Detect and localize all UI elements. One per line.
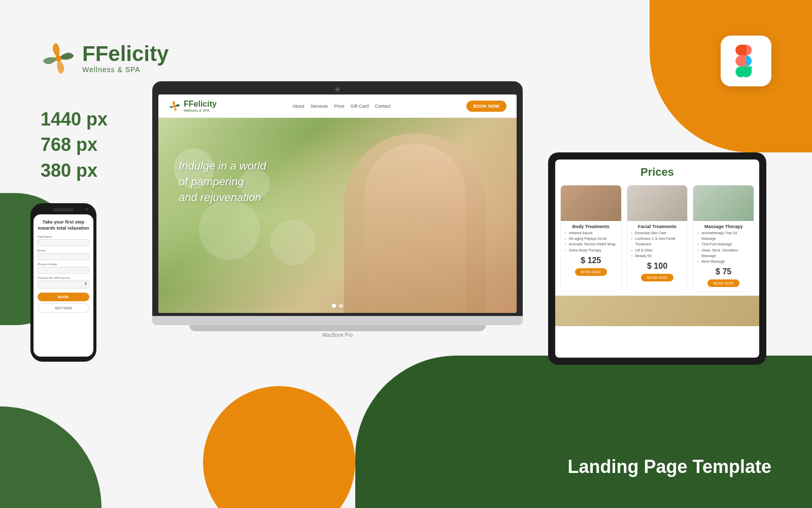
svg-point-2 [174,105,176,107]
body-treatments-card: Body Treatments Infrared Sauna De-aging … [560,185,622,292]
massage-item-4: Back Massage [697,259,750,264]
body-item-2: De-aging Papaya Scrub [565,236,617,241]
service-label: Choose the SPA service [38,276,89,279]
fullname-label: Full Name [38,235,89,238]
tablet-mockup: Prices Body Treatments Infrared Sauna De… [548,152,766,365]
nav-giftcard[interactable]: Gift Card [350,104,368,109]
phone-field[interactable] [38,267,89,274]
figma-icon [721,36,771,86]
logo-icon [41,41,76,76]
facial-item-4: Beauty Kit [631,253,684,259]
massage-card-img [693,185,754,221]
logo-f: F [82,42,95,66]
massage-card-title: Massage Therapy [693,221,754,230]
massage-card-price: $ 75 [693,264,754,277]
tablet-screen: Prices Body Treatments Infrared Sauna De… [555,160,759,358]
dot-2[interactable] [339,304,343,308]
screen-book-btn[interactable]: BOOK NOW [466,101,507,112]
phone-mockup: Take your first step towards total relax… [30,203,96,362]
tablet-cards: Body Treatments Infrared Sauna De-aging … [555,185,759,292]
macbook-camera [335,87,340,91]
phone-not-now-btn[interactable]: NOT NOW [38,303,89,313]
body-book-btn[interactable]: BOOK NOW [575,268,607,276]
fullname-field[interactable] [38,239,89,246]
body-card-price: $ 125 [561,253,621,266]
facial-card-title: Facial Treatments [627,221,688,230]
hero-line3: and rejuvenation [179,190,266,206]
macbook-foot [189,325,486,331]
nav-services[interactable]: Services [310,104,328,109]
nav-contact[interactable]: Contact [375,104,390,109]
template-label: Landing Page Template [568,456,771,478]
massage-item-1: Aromatherapy Thai Oil Massage [697,230,750,241]
tablet-bottom-img [555,296,759,326]
facial-item-2: Luminaux C & Sea Facial Treatment [631,236,684,247]
massage-item-3: Head, Neck, Shoulders Massage [697,247,750,259]
main-content: FFelicity Wellness & SPA 1440 px 768 px … [0,0,812,508]
tablet-outer: Prices Body Treatments Infrared Sauna De… [548,152,766,365]
phone-notch [53,208,74,211]
email-field[interactable] [38,253,89,260]
body-item-3: Aromatic Tension Relief Wrap [565,241,617,247]
massage-item-2: Thai Foot Massage [697,241,750,247]
facial-item-3: Lift & Glow [631,247,684,253]
screen-hero-text: Indulge in a world of pampering and reju… [179,158,266,205]
body-card-img [561,185,621,221]
macbook-screen-outer: FFelicity Wellness & SPA About Services … [152,81,523,316]
massage-card-list: Aromatherapy Thai Oil Massage Thai Foot … [693,230,754,264]
nav-about[interactable]: About [292,104,304,109]
screen-nav-links: About Services Price Gift Card Contact [227,104,456,109]
macbook-mockup: FFelicity Wellness & SPA About Services … [152,81,523,338]
dot-1[interactable] [332,304,336,308]
facial-card-img [627,185,688,221]
screen-dots [332,304,343,308]
logo-elicity: Felicity [95,42,169,66]
body-card-list: Infrared Sauna De-aging Papaya Scrub Aro… [561,230,621,253]
dim-768: 768 px [41,132,108,157]
logo-title: FFelicity [82,43,168,65]
logo-area: FFelicity Wellness & SPA [41,41,168,76]
screen-logo-sub: Wellness & SPA [184,109,217,112]
facial-item-1: Essential Skin Care [631,230,684,236]
phone-book-btn[interactable]: BOOK [38,293,89,301]
phone-label: Phone number [38,263,89,266]
phone-outer: Take your first step towards total relax… [30,203,96,362]
hero-line2: of pampering [179,174,266,190]
massage-book-btn[interactable]: BOOK NOW [707,279,739,287]
massage-therapy-card: Massage Therapy Aromatherapy Thai Oil Ma… [693,185,754,292]
nav-price[interactable]: Price [334,104,345,109]
screen-hero: Indulge in a world of pampering and reju… [158,118,517,313]
facial-card-list: Essential Skin Care Luminaux C & Sea Fac… [627,230,688,259]
dim-1440: 1440 px [41,107,108,132]
screen-logo-text: FFelicity [184,100,217,109]
svg-point-1 [55,55,61,61]
logo-text-area: FFelicity Wellness & SPA [82,43,168,74]
macbook-screen: FFelicity Wellness & SPA About Services … [158,94,517,313]
macbook-base [152,316,523,325]
facial-treatments-card: Facial Treatments Essential Skin Care Lu… [627,185,688,292]
service-select[interactable]: ▾ [38,280,89,289]
prices-title: Prices [555,160,759,185]
screen-logo-small: FFelicity Wellness & SPA [168,100,217,112]
phone-screen: Take your first step towards total relax… [33,214,93,357]
macbook-label: MacBook Pro [152,332,523,338]
body-item-1: Infrared Sauna [565,230,617,236]
dimensions: 1440 px 768 px 380 px [41,107,108,183]
phone-title: Take your first step towards total relax… [38,219,89,231]
email-label: Email [38,249,89,252]
facial-book-btn[interactable]: BOOK NOW [641,274,673,281]
screen-nav: FFelicity Wellness & SPA About Services … [158,94,517,118]
facial-card-price: $ 100 [627,259,688,272]
dim-380: 380 px [41,158,108,183]
body-item-4: Detox Body Therapy [565,247,617,253]
hero-line1: Indulge in a world [179,158,266,174]
body-card-title: Body Treatments [561,221,621,230]
logo-subtitle: Wellness & SPA [82,66,168,74]
